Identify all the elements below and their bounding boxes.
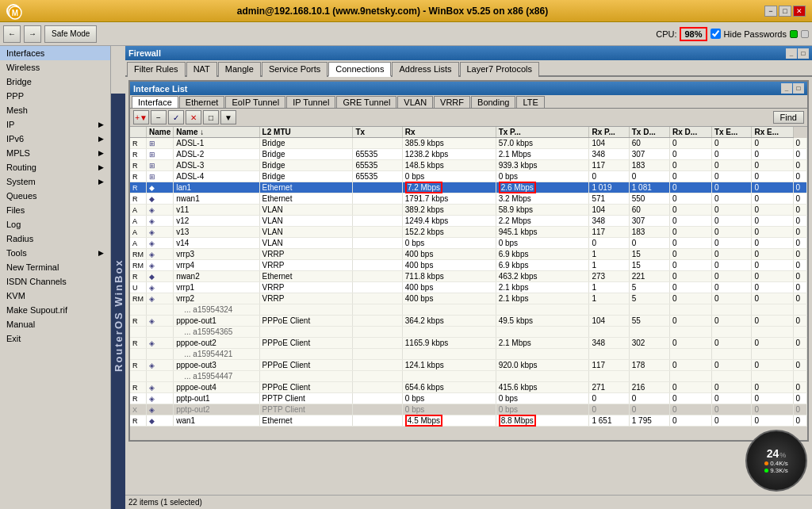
col-header-9[interactable]: Rx D... [670, 127, 712, 138]
row-txd: 0 [670, 193, 712, 205]
sub-tab-ip-tunnel[interactable]: IP Tunnel [286, 96, 335, 108]
table-row[interactable]: R◈pppoe-out1PPPoE Client364.2 kbps49.5 k… [130, 316, 807, 327]
tab-layer7[interactable]: Layer7 Protocols [460, 62, 540, 77]
find-button[interactable]: Find [773, 111, 804, 124]
col-header-10[interactable]: Tx E... [711, 127, 752, 138]
table-row[interactable]: ... a15954365 [130, 327, 807, 338]
back-button[interactable]: ← [3, 25, 21, 43]
tab-connections[interactable]: Connections [328, 62, 391, 77]
table-row[interactable]: R◆lan1Ethernet7.2 Mbps2.6 Mbps1 0191 081… [130, 182, 807, 193]
cpu-value: 98% [680, 27, 707, 41]
sidebar-item-ppp[interactable]: PPP [0, 89, 110, 103]
sidebar-item-routing[interactable]: Routing▶ [0, 160, 110, 174]
sidebar-item-system[interactable]: System▶ [0, 174, 110, 189]
close-button[interactable]: ✕ [793, 6, 806, 17]
table-row[interactable]: A◈v14VLAN0 bps0 bps000000 [130, 238, 807, 249]
comment-button[interactable]: □ [203, 110, 219, 124]
sub-tab-eoip[interactable]: EoIP Tunnel [225, 96, 285, 108]
firewall-max-button[interactable]: □ [798, 48, 809, 59]
sub-tab-lte[interactable]: LTE [516, 96, 544, 108]
cpu-checkbox[interactable] [710, 29, 721, 39]
row-l2mtu [353, 404, 402, 415]
sidebar-item-exit[interactable]: Exit [0, 331, 110, 346]
col-header-6[interactable]: Tx P... [496, 127, 589, 138]
row-rx: 0 bps [496, 171, 589, 182]
table-row[interactable]: R⊞ADSL-3Bridge65535148.5 kbps939.3 kbps1… [130, 160, 807, 171]
sidebar-item-ipv6[interactable]: IPv6▶ [0, 132, 110, 146]
col-header-7[interactable]: Rx P... [589, 127, 629, 138]
safe-mode-button[interactable]: Safe Mode [44, 25, 97, 43]
maximize-button[interactable]: □ [779, 6, 791, 17]
table-row[interactable]: R⊞ADSL-1Bridge385.9 kbps57.0 kbps1046000… [130, 138, 807, 149]
table-row[interactable]: R◈pppoe-out4PPPoE Client654.6 kbps415.6 … [130, 382, 807, 393]
sub-tab-vrrf[interactable]: VRRF [434, 96, 470, 108]
table-row[interactable]: ... a15954421 [130, 349, 807, 360]
sidebar-item-isdn-channels[interactable]: ISDN Channels [0, 274, 110, 289]
filter-button[interactable]: ▼ [220, 110, 236, 124]
table-row[interactable]: R⊞ADSL-4Bridge655350 bps0 bps000000 [130, 171, 807, 182]
add-button[interactable]: +▼ [133, 110, 149, 124]
table-row[interactable]: X◈pptp-out2PPTP Client0 bps0 bps000000 [130, 404, 807, 415]
col-header-8[interactable]: Tx D... [629, 127, 669, 138]
table-row[interactable]: RM◈vrrp3VRRP400 bps6.9 kbps1150000 [130, 249, 807, 260]
disable-button[interactable]: ✕ [186, 110, 201, 124]
table-row[interactable]: A◈v12VLAN1249.4 kbps2.2 Mbps3483070000 [130, 216, 807, 227]
sub-tab-gre[interactable]: GRE Tunnel [336, 96, 396, 108]
table-row[interactable]: R◆wan1Ethernet4.5 Mbps8.8 Mbps1 6511 795… [130, 415, 807, 427]
table-row[interactable]: A◈v13VLAN152.2 kbps945.1 kbps1171830000 [130, 227, 807, 238]
table-row[interactable]: R◆nwan1Ethernet1791.7 kbps3.2 Mbps571550… [130, 193, 807, 205]
sidebar-item-files[interactable]: Files [0, 203, 110, 217]
row-flag [147, 327, 174, 338]
sidebar-item-new-terminal[interactable]: New Terminal [0, 260, 110, 274]
sidebar-item-interfaces[interactable]: Interfaces [0, 46, 110, 60]
table-row[interactable]: RM◈vrrp4VRRP400 bps6.9 kbps1150000 [130, 260, 807, 271]
sidebar-item-ip[interactable]: IP▶ [0, 117, 110, 132]
sidebar-item-wireless[interactable]: Wireless [0, 60, 110, 75]
row-rx: 463.2 kbps [496, 271, 589, 282]
minimize-button[interactable]: − [764, 6, 777, 17]
col-header-5[interactable]: Rx [402, 127, 496, 138]
table-row[interactable]: U◈vrrp1VRRP400 bps2.1 kbps150000 [130, 282, 807, 293]
col-header-4[interactable]: Tx [353, 127, 402, 138]
sidebar-item-radius[interactable]: Radius [0, 232, 110, 246]
firewall-min-button[interactable]: _ [786, 48, 797, 59]
table-row[interactable]: R◈pppoe-out3PPPoE Client124.1 kbps920.0 … [130, 360, 807, 371]
col-header-0[interactable] [130, 127, 147, 138]
sidebar-item-queues[interactable]: Queues [0, 189, 110, 203]
sidebar-item-mpls[interactable]: MPLS▶ [0, 146, 110, 160]
forward-button[interactable]: → [24, 25, 41, 43]
sidebar-item-kvm[interactable]: KVM [0, 289, 110, 303]
sidebar-item-tools[interactable]: Tools▶ [0, 246, 110, 260]
tab-mangle[interactable]: Mangle [218, 62, 261, 77]
table-row[interactable]: R◈pptp-out1PPTP Client0 bps0 bps000000 [130, 393, 807, 404]
table-row[interactable]: R◆nwan2Ethernet711.8 kbps463.2 kbps27322… [130, 271, 807, 282]
table-row[interactable]: ... a15954447 [130, 371, 807, 382]
iface-max-button[interactable]: □ [793, 83, 804, 94]
col-header-11[interactable]: Rx E... [752, 127, 793, 138]
sub-tab-ethernet[interactable]: Ethernet [179, 96, 225, 108]
sub-tab-bonding[interactable]: Bonding [471, 96, 515, 108]
sidebar-item-bridge[interactable]: Bridge [0, 75, 110, 89]
table-row[interactable]: R◈pppoe-out2PPPoE Client1165.9 kbps2.1 M… [130, 338, 807, 349]
col-header-2[interactable]: Name ↓ [174, 127, 259, 138]
tab-service-ports[interactable]: Service Ports [262, 62, 327, 77]
tab-filter-rules[interactable]: Filter Rules [127, 62, 186, 77]
tab-address-lists[interactable]: Address Lists [392, 62, 458, 77]
tab-nat[interactable]: NAT [186, 62, 217, 77]
remove-button[interactable]: − [151, 110, 167, 124]
col-header-3[interactable]: L2 MTU [259, 127, 353, 138]
table-row[interactable]: A◈v11VLAN389.2 kbps58.9 kbps104600000 [130, 205, 807, 216]
sidebar-item-log[interactable]: Log [0, 217, 110, 232]
col-header-1[interactable]: Name [147, 127, 174, 138]
sidebar-item-mesh[interactable]: Mesh [0, 103, 110, 117]
sub-tab-vlan[interactable]: VLAN [397, 96, 433, 108]
table-row[interactable]: RM◈vrrp2VRRP400 bps2.1 kbps150000 [130, 293, 807, 304]
table-row[interactable]: R⊞ADSL-2Bridge655351238.2 kbps2.1 Mbps34… [130, 149, 807, 160]
sub-tab-interface[interactable]: Interface [132, 96, 178, 108]
table-row[interactable]: ... a15954324 [130, 304, 807, 316]
sidebar-item-manual[interactable]: Manual [0, 317, 110, 331]
table-scroll-area[interactable]: NameName ↓L2 MTUTxRxTx P...Rx P...Tx D..… [130, 127, 807, 440]
iface-min-button[interactable]: _ [781, 83, 792, 94]
enable-button[interactable]: ✓ [168, 110, 184, 124]
sidebar-item-make-supout[interactable]: Make Supout.rif [0, 303, 110, 317]
